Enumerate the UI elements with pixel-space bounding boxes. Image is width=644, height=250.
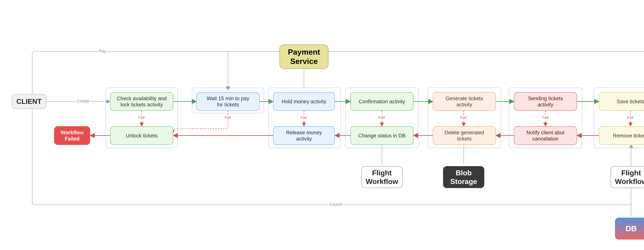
node-change-status: Change status in DB <box>350 126 414 145</box>
edge-label-create: Create <box>76 99 90 104</box>
node-workflow-failed: WorkflowFailed <box>54 126 90 145</box>
node-gen-tickets: Generate ticketsactivity <box>433 92 496 111</box>
node-save-tickets: Save tickets <box>599 92 644 111</box>
fail-label-2: Fail <box>224 115 232 120</box>
node-flight-workflow-2: FlightWorkflow <box>610 166 644 188</box>
node-notify-client: Notify client abutcancelation <box>514 126 577 145</box>
diagram-canvas: Create Pay Cancel Cancel Fail Fail Fail … <box>0 0 644 250</box>
edge-label-pay: Pay <box>98 49 107 54</box>
node-blob-storage: BlobStorage <box>443 166 484 188</box>
node-remove-tickets: Remove tickets <box>599 126 644 145</box>
node-flight-workflow-1: FlightWorkflow <box>361 166 402 188</box>
node-db: DB <box>615 218 644 240</box>
node-wait-pay: Wait 15 min to payfor tickets <box>196 92 260 111</box>
node-unlock: Unlock tickets <box>110 126 173 145</box>
node-payment-service: PaymentService <box>280 44 328 69</box>
node-release-money: Release moneyactivity <box>273 126 335 145</box>
node-send-tickets: Sending ticketsactivity <box>514 92 577 111</box>
node-confirmation: Confirmation activity <box>350 92 414 111</box>
node-hold-money: Hold money activity <box>273 92 335 111</box>
node-client: CLIENT <box>12 94 46 109</box>
node-check-lock: Check availability andlock tickets activ… <box>110 92 173 111</box>
node-delete-generated: Delete generatedtickets <box>433 126 496 145</box>
edge-label-cancel-1: Cancel <box>328 202 344 207</box>
